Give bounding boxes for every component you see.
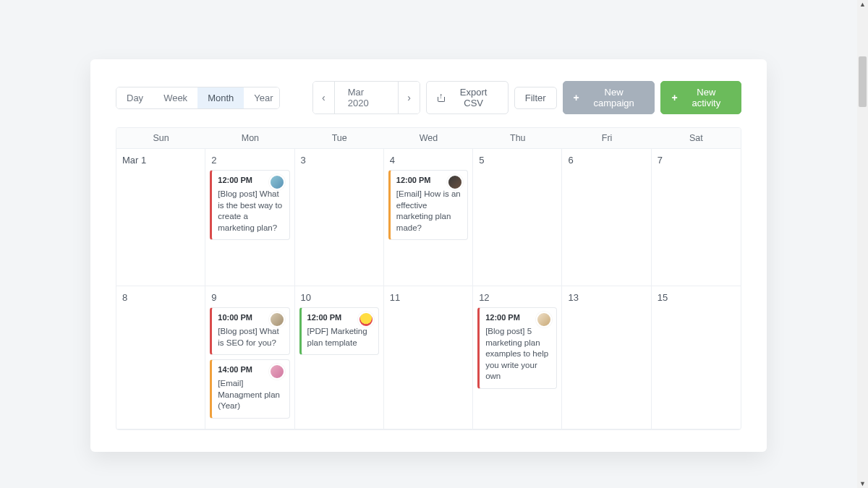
calendar-day-cell[interactable]: 412:00 PM[Email] How is an effective mar… <box>384 149 473 286</box>
scroll-up-icon[interactable]: ▲ <box>859 1 866 8</box>
calendar-day-cell[interactable]: 1012:00 PM[PDF] Marketing plan template <box>295 286 384 429</box>
view-switcher: Day Week Month Year <box>116 87 280 109</box>
calendar-event[interactable]: 12:00 PM[Blog post] 5 marketing plan exa… <box>477 307 557 389</box>
event-title: [Email] How is an effective marketing pl… <box>396 189 461 234</box>
calendar-day-cell[interactable]: Mar 1 <box>116 149 205 286</box>
event-title: [Blog post] What is SEO for you? <box>218 326 283 348</box>
weekday-label: Mon <box>205 128 294 148</box>
weekday-label: Sun <box>116 128 205 148</box>
next-month-button[interactable]: › <box>399 82 420 114</box>
weekday-label: Fri <box>562 128 651 148</box>
avatar <box>269 364 285 380</box>
calendar-toolbar: Day Week Month Year ‹ Mar 2020 › Export … <box>116 81 741 114</box>
export-csv-button[interactable]: Export CSV <box>426 81 509 114</box>
day-number: 3 <box>299 155 379 166</box>
calendar-day-cell[interactable]: 1212:00 PM[Blog post] 5 marketing plan e… <box>473 286 562 429</box>
chevron-right-icon: › <box>407 92 411 103</box>
avatar <box>269 174 285 190</box>
day-number: 4 <box>388 155 468 166</box>
weekday-label: Tue <box>295 128 384 148</box>
calendar-event[interactable]: 10:00 PM[Blog post] What is SEO for you? <box>210 307 289 355</box>
weekday-label: Sat <box>652 128 741 148</box>
day-number: 9 <box>210 292 289 303</box>
event-title: [Email] Managment plan (Year) <box>218 378 283 412</box>
day-number: 13 <box>566 292 646 303</box>
scroll-down-icon[interactable]: ▼ <box>859 480 866 487</box>
calendar-day-cell[interactable]: 3 <box>295 149 384 286</box>
view-month-tab[interactable]: Month <box>197 87 244 108</box>
calendar-day-cell[interactable]: 910:00 PM[Blog post] What is SEO for you… <box>205 286 294 429</box>
event-title: [PDF] Marketing plan template <box>307 326 373 348</box>
calendar-event[interactable]: 12:00 PM[Blog post] What is the best way… <box>210 170 289 240</box>
current-month-label[interactable]: Mar 2020 <box>334 82 399 114</box>
prev-month-button[interactable]: ‹ <box>313 82 334 114</box>
new-activity-button[interactable]: + New activity <box>660 81 741 114</box>
calendar-day-cell[interactable]: 6 <box>562 149 651 286</box>
day-number: 15 <box>656 292 736 303</box>
day-number: 7 <box>656 155 736 166</box>
export-csv-label: Export CSV <box>450 87 498 108</box>
calendar-day-cell[interactable]: 7 <box>652 149 741 286</box>
avatar <box>536 312 552 328</box>
calendar-day-cell[interactable]: 212:00 PM[Blog post] What is the best wa… <box>205 149 294 286</box>
calendar-day-cell[interactable]: 13 <box>562 286 651 429</box>
avatar <box>447 174 463 190</box>
weekday-label: Wed <box>384 128 473 148</box>
avatar <box>269 312 285 328</box>
day-number: 8 <box>121 292 200 303</box>
day-number: Mar 1 <box>121 155 200 166</box>
avatar <box>358 312 374 328</box>
day-number: 5 <box>477 155 557 166</box>
view-day-tab[interactable]: Day <box>116 87 153 108</box>
calendar-event[interactable]: 12:00 PM[Email] How is an effective mark… <box>388 170 468 240</box>
export-icon <box>437 93 446 102</box>
event-title: [Blog post] What is the best way to crea… <box>218 189 283 234</box>
calendar-day-cell[interactable]: 8 <box>116 286 205 429</box>
view-year-tab[interactable]: Year <box>244 87 280 108</box>
event-title: [Blog post] 5 marketing plan examples to… <box>485 326 550 382</box>
date-navigator: ‹ Mar 2020 › <box>312 81 420 114</box>
calendar-event[interactable]: 12:00 PM[PDF] Marketing plan template <box>299 307 379 355</box>
filter-button[interactable]: Filter <box>514 87 557 109</box>
chevron-left-icon: ‹ <box>322 92 326 103</box>
day-number: 2 <box>210 155 289 166</box>
view-week-tab[interactable]: Week <box>153 87 197 108</box>
calendar-card: Day Week Month Year ‹ Mar 2020 › Export … <box>90 59 767 452</box>
calendar-grid: Sun Mon Tue Wed Thu Fri Sat Mar 1212:00 … <box>116 127 741 430</box>
calendar-day-cell[interactable]: 11 <box>384 286 473 429</box>
day-number: 10 <box>299 292 379 303</box>
weekday-header: Sun Mon Tue Wed Thu Fri Sat <box>116 128 741 149</box>
new-campaign-label: New campaign <box>584 87 644 108</box>
day-number: 6 <box>566 155 646 166</box>
new-activity-label: New activity <box>682 87 731 108</box>
new-campaign-button[interactable]: + New campaign <box>563 81 655 114</box>
calendar-day-cell[interactable]: 5 <box>473 149 562 286</box>
plus-icon: + <box>671 93 677 103</box>
calendar-day-cell[interactable]: 15 <box>652 286 741 429</box>
plus-icon: + <box>574 93 579 103</box>
scrollbar-thumb[interactable] <box>859 56 867 107</box>
calendar-event[interactable]: 14:00 PM[Email] Managment plan (Year) <box>210 359 289 419</box>
day-number: 11 <box>388 292 468 303</box>
vertical-scrollbar[interactable]: ▲ ▼ <box>857 0 868 488</box>
day-number: 12 <box>477 292 557 303</box>
weekday-label: Thu <box>473 128 562 148</box>
